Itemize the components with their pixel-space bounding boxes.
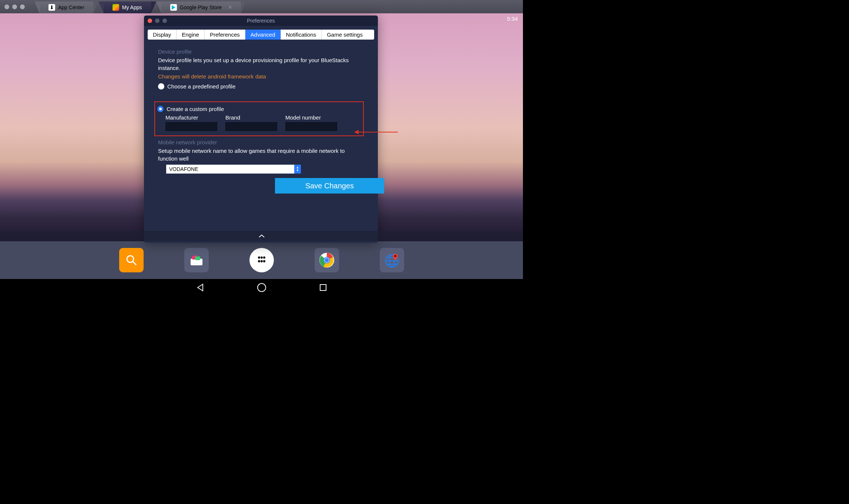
svg-point-9 xyxy=(263,256,265,259)
svg-point-11 xyxy=(261,260,263,262)
svg-point-10 xyxy=(258,260,260,262)
tab-engine[interactable]: Engine xyxy=(177,30,205,40)
tab-label: App Center xyxy=(58,4,84,10)
device-profile-desc: Device profile lets you set up a device … xyxy=(158,56,364,72)
svg-rect-0 xyxy=(113,4,119,11)
device-profile-warning: Changes will delete android framework da… xyxy=(158,73,364,80)
tab-notifications[interactable]: Notifications xyxy=(281,30,322,40)
svg-marker-1 xyxy=(172,5,175,10)
mobile-network-desc: Setup mobile network name to allow games… xyxy=(158,147,364,162)
radio-predefined-label: Choose a predefined profile xyxy=(167,83,235,90)
tab-advanced[interactable]: Advanced xyxy=(245,30,281,40)
mac-minimize-icon[interactable] xyxy=(12,4,17,9)
radio-custom-profile[interactable] xyxy=(157,106,164,112)
model-number-label: Model number xyxy=(285,114,337,121)
brand-input[interactable] xyxy=(225,122,277,131)
model-number-input[interactable] xyxy=(285,122,337,131)
dock-maps-button[interactable] xyxy=(380,248,404,272)
save-changes-button[interactable]: Save Changes xyxy=(275,178,384,194)
tab-preferences[interactable]: Preferences xyxy=(205,30,245,40)
tab-my-apps[interactable]: My Apps xyxy=(104,1,151,13)
mac-close-icon[interactable] xyxy=(4,4,9,9)
manufacturer-label: Manufacturer xyxy=(165,114,217,121)
mac-zoom-icon[interactable] xyxy=(20,4,25,9)
svg-rect-6 xyxy=(195,256,200,260)
radio-predefined-profile[interactable] xyxy=(158,83,164,90)
tab-display[interactable]: Display xyxy=(148,30,177,40)
svg-point-7 xyxy=(258,256,260,259)
dock-search-button[interactable] xyxy=(119,248,144,272)
tab-label: My Apps xyxy=(122,4,142,10)
svg-point-16 xyxy=(325,258,329,262)
play-store-icon xyxy=(170,4,177,11)
brand-label: Brand xyxy=(225,114,277,121)
status-clock: 5:34 xyxy=(507,16,518,22)
select-value: VODAFONE xyxy=(169,166,198,172)
preferences-window: Preferences Display Engine Preferences A… xyxy=(144,16,378,243)
svg-marker-23 xyxy=(198,284,203,291)
window-title: Preferences xyxy=(144,18,378,24)
dock-chrome-button[interactable] xyxy=(315,248,339,272)
radio-custom-label: Create a custom profile xyxy=(167,106,224,112)
android-recents-button[interactable] xyxy=(318,283,328,292)
network-provider-select[interactable]: VODAFONE ▲▼ xyxy=(166,165,301,174)
device-profile-heading: Device profile xyxy=(158,48,364,55)
expand-up-button[interactable] xyxy=(0,231,523,241)
android-back-button[interactable] xyxy=(195,283,205,292)
tab-label: Google Play Store xyxy=(180,4,222,10)
manufacturer-input[interactable] xyxy=(165,122,217,131)
android-home-button[interactable] xyxy=(257,283,266,292)
svg-point-8 xyxy=(261,256,263,259)
svg-point-24 xyxy=(258,283,266,292)
svg-point-2 xyxy=(127,256,134,262)
svg-rect-25 xyxy=(320,285,326,290)
svg-point-22 xyxy=(394,255,396,257)
custom-profile-highlight: Create a custom profile Manufacturer Bra… xyxy=(154,101,364,136)
dock-app-drawer-button[interactable] xyxy=(249,248,274,272)
app-center-icon: ⬇ xyxy=(48,4,55,11)
mobile-network-heading: Mobile network provider xyxy=(158,139,364,145)
tab-app-center[interactable]: ⬇ App Center xyxy=(40,1,93,13)
annotation-arrow xyxy=(357,132,398,132)
tab-game-settings[interactable]: Game settings xyxy=(322,30,368,40)
select-arrows-icon: ▲▼ xyxy=(294,165,301,174)
dock-system-apps-button[interactable] xyxy=(184,248,209,272)
svg-point-12 xyxy=(263,260,265,262)
close-icon[interactable]: × xyxy=(228,4,232,11)
preferences-tabbar: Display Engine Preferences Advanced Noti… xyxy=(148,30,374,40)
tab-google-play[interactable]: Google Play Store × xyxy=(161,1,241,13)
svg-line-3 xyxy=(133,262,136,265)
bluestacks-icon xyxy=(113,4,119,11)
